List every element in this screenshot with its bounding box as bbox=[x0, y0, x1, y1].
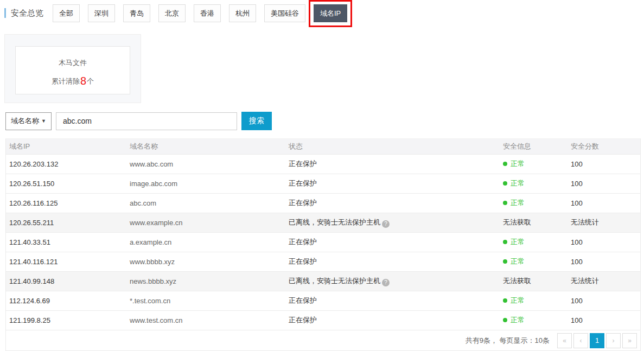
cell-domain-ip: 112.124.6.69 bbox=[6, 291, 126, 310]
tab-label: 深圳 bbox=[94, 9, 109, 17]
security-text: 正常 bbox=[511, 316, 525, 324]
status-dot-icon bbox=[503, 318, 507, 322]
cell-status: 正在保护 bbox=[285, 291, 500, 310]
cell-domain-ip: 120.26.51.150 bbox=[6, 174, 126, 193]
tab-label: 全部 bbox=[59, 9, 73, 17]
cell-domain-ip: 121.199.8.25 bbox=[6, 310, 126, 330]
cell-domain-ip: 120.26.116.125 bbox=[6, 193, 126, 213]
trojan-cleared-suffix: 个 bbox=[87, 77, 94, 85]
status-dot-icon bbox=[503, 298, 507, 303]
cell-domain-name: abc.com bbox=[126, 193, 285, 213]
cell-security-info: 正常 bbox=[500, 154, 568, 174]
help-icon[interactable]: ? bbox=[382, 220, 390, 228]
page-1-button[interactable]: 1 bbox=[590, 333, 604, 348]
col-header-status: 状态 bbox=[285, 139, 500, 154]
table-row: 121.40.99.148 news.bbbb.xyz 已离线，安骑士无法保护主… bbox=[6, 271, 640, 291]
cell-domain-ip: 121.40.33.51 bbox=[6, 232, 126, 252]
cell-domain-ip: 121.40.116.121 bbox=[6, 252, 126, 271]
prev-page-button[interactable]: ‹ bbox=[573, 333, 588, 348]
pagination-bar: 共有9条， 每页显示：10条 « ‹ 1 › » bbox=[6, 330, 640, 350]
page-header: 安全总览 全部 深圳 青岛 北京 香港 杭州 美国硅谷 域名IP bbox=[4, 4, 347, 22]
first-page-button[interactable]: « bbox=[557, 333, 572, 348]
security-text: 正常 bbox=[511, 179, 525, 187]
cell-domain-name: *.test.com.cn bbox=[126, 291, 285, 310]
cell-security-score: 无法统计 bbox=[568, 213, 640, 232]
region-tab-4[interactable]: 香港 bbox=[194, 4, 221, 22]
status-text: 正在保护 bbox=[289, 257, 317, 265]
cell-security-score: 无法统计 bbox=[568, 271, 640, 291]
table-row: 112.124.6.69 *.test.com.cn 正在保护 正常 100 bbox=[6, 291, 640, 310]
cell-domain-ip: 120.26.203.132 bbox=[6, 154, 126, 174]
next-page-button[interactable]: › bbox=[606, 333, 621, 348]
help-icon[interactable]: ? bbox=[382, 279, 390, 286]
last-page-button[interactable]: » bbox=[622, 333, 637, 348]
cell-status: 正在保护 bbox=[285, 252, 500, 271]
cell-status: 已离线，安骑士无法保护主机? bbox=[285, 271, 500, 291]
cell-security-score: 100 bbox=[568, 252, 640, 271]
tab-label: 青岛 bbox=[130, 9, 144, 17]
cell-status: 正在保护 bbox=[285, 193, 500, 213]
cell-security-info: 正常 bbox=[500, 232, 568, 252]
cell-domain-ip: 121.40.99.148 bbox=[6, 271, 126, 291]
cell-security-info: 正常 bbox=[500, 291, 568, 310]
status-text: 已离线，安骑士无法保护主机 bbox=[289, 277, 380, 285]
region-tab-6[interactable]: 美国硅谷 bbox=[264, 4, 305, 22]
cell-domain-ip: 120.26.55.211 bbox=[6, 213, 126, 232]
status-text: 正在保护 bbox=[289, 199, 317, 207]
security-text: 无法获取 bbox=[503, 277, 531, 285]
security-text: 正常 bbox=[511, 238, 525, 246]
cell-security-score: 100 bbox=[568, 193, 640, 213]
table-body: 120.26.203.132 www.abc.com 正在保护 正常 100 1… bbox=[6, 154, 640, 330]
status-text: 已离线，安骑士无法保护主机 bbox=[289, 218, 380, 226]
cell-security-score: 100 bbox=[568, 291, 640, 310]
tab-label: 北京 bbox=[165, 9, 179, 17]
cell-domain-name: www.abc.com bbox=[126, 154, 285, 174]
cell-security-score: 100 bbox=[568, 154, 640, 174]
status-dot-icon bbox=[503, 162, 507, 166]
search-input[interactable] bbox=[56, 112, 237, 130]
table-header-row: 域名IP 域名名称 状态 安全信息 安全分数 bbox=[6, 139, 640, 154]
summary-panel: 木马文件 累计清除8个 bbox=[4, 34, 141, 103]
status-text: 正在保护 bbox=[289, 296, 317, 304]
cell-security-info: 正常 bbox=[500, 174, 568, 193]
region-tab-3[interactable]: 北京 bbox=[158, 4, 186, 22]
region-tab-7[interactable]: 域名IP bbox=[314, 4, 347, 22]
cell-security-info: 无法获取 bbox=[500, 271, 568, 291]
trojan-card-title: 木马文件 bbox=[16, 58, 130, 68]
status-dot-icon bbox=[503, 240, 507, 244]
table-row: 121.199.8.25 www.test.com.cn 正在保护 正常 100 bbox=[6, 310, 640, 330]
cell-domain-name: www.bbbb.xyz bbox=[126, 252, 285, 271]
cell-domain-name: www.test.com.cn bbox=[126, 310, 285, 330]
table-row: 121.40.33.51 a.example.cn 正在保护 正常 100 bbox=[6, 232, 640, 252]
cell-status: 正在保护 bbox=[285, 154, 500, 174]
region-tab-0[interactable]: 全部 bbox=[53, 4, 80, 22]
cell-security-info: 正常 bbox=[500, 252, 568, 271]
trojan-cleared-prefix: 累计清除 bbox=[52, 77, 80, 85]
search-button[interactable]: 搜索 bbox=[241, 112, 272, 130]
security-text: 正常 bbox=[511, 257, 525, 265]
page-title: 安全总览 bbox=[4, 8, 43, 18]
status-text: 正在保护 bbox=[289, 238, 317, 246]
security-overview-page: { "header": { "title": "安全总览", "tabs": [… bbox=[0, 0, 644, 351]
search-type-value: 域名名称 bbox=[11, 116, 39, 126]
region-tabs: 全部 深圳 青岛 北京 香港 杭州 美国硅谷 域名IP bbox=[53, 4, 347, 22]
search-type-select[interactable]: 域名名称 ▼ bbox=[5, 112, 52, 130]
cell-status: 正在保护 bbox=[285, 232, 500, 252]
status-dot-icon bbox=[503, 181, 507, 186]
region-tab-1[interactable]: 深圳 bbox=[88, 4, 115, 22]
cell-security-score: 100 bbox=[568, 310, 640, 330]
cell-status: 已离线，安骑士无法保护主机? bbox=[285, 213, 500, 232]
cell-security-info: 无法获取 bbox=[500, 213, 568, 232]
col-header-domain-name: 域名名称 bbox=[126, 139, 285, 154]
col-header-score: 安全分数 bbox=[568, 139, 640, 154]
cell-status: 正在保护 bbox=[285, 174, 500, 193]
cell-security-score: 100 bbox=[568, 232, 640, 252]
region-tab-2[interactable]: 青岛 bbox=[123, 4, 150, 22]
tab-label: 美国硅谷 bbox=[271, 9, 299, 17]
region-tab-5[interactable]: 杭州 bbox=[229, 4, 256, 22]
table-row: 120.26.116.125 abc.com 正在保护 正常 100 bbox=[6, 193, 640, 213]
table-row: 121.40.116.121 www.bbbb.xyz 正在保护 正常 100 bbox=[6, 252, 640, 271]
domain-ip-table: 域名IP 域名名称 状态 安全信息 安全分数 120.26.203.132 ww… bbox=[5, 138, 641, 351]
table-row: 120.26.55.211 www.example.cn 已离线，安骑士无法保护… bbox=[6, 213, 640, 232]
cell-domain-name: image.abc.com bbox=[126, 174, 285, 193]
